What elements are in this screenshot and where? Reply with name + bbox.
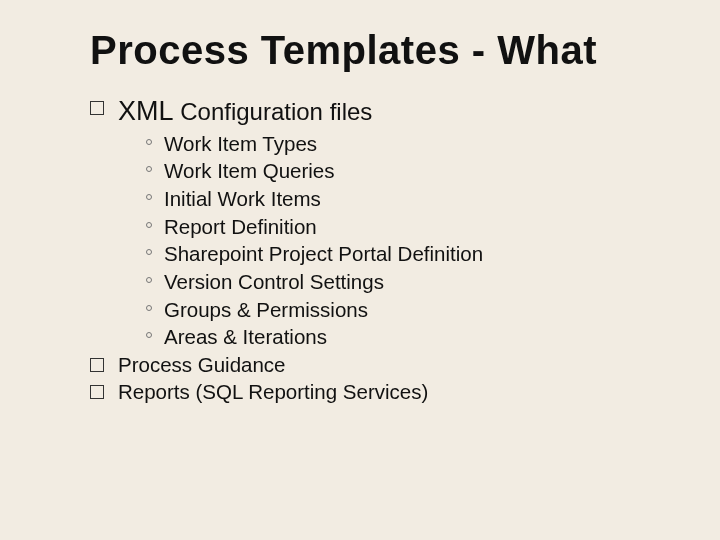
list-item-process-guidance: Process Guidance xyxy=(90,351,680,378)
top-item-label: Process Guidance xyxy=(118,353,286,376)
square-bullet-icon xyxy=(90,101,104,115)
ring-bullet-icon xyxy=(146,249,152,255)
xml-prefix: XML xyxy=(118,96,174,126)
sub-item: Groups & Permissions xyxy=(146,296,680,324)
sub-item: Work Item Queries xyxy=(146,157,680,185)
sub-item-label: Initial Work Items xyxy=(164,187,321,210)
square-bullet-icon xyxy=(90,385,104,399)
ring-bullet-icon xyxy=(146,222,152,228)
list-item-xml-config: XML Configuration files Work Item Types … xyxy=(90,94,680,351)
sub-item: Report Definition xyxy=(146,213,680,241)
square-bullet-icon xyxy=(90,358,104,372)
sub-item-label: Groups & Permissions xyxy=(164,298,368,321)
top-item-label: Reports (SQL Reporting Services) xyxy=(118,380,428,403)
ring-bullet-icon xyxy=(146,194,152,200)
xml-rest: Configuration files xyxy=(174,98,373,125)
sub-item: Areas & Iterations xyxy=(146,323,680,351)
sub-list: Work Item Types Work Item Queries Initia… xyxy=(146,130,680,351)
sub-item-label: Version Control Settings xyxy=(164,270,384,293)
ring-bullet-icon xyxy=(146,305,152,311)
sub-item: Sharepoint Project Portal Definition xyxy=(146,240,680,268)
slide: Process Templates - What XML Configurati… xyxy=(0,0,720,540)
sub-item-label: Work Item Types xyxy=(164,132,317,155)
ring-bullet-icon xyxy=(146,166,152,172)
sub-item: Initial Work Items xyxy=(146,185,680,213)
slide-title: Process Templates - What xyxy=(90,28,680,72)
list-item-reports: Reports (SQL Reporting Services) xyxy=(90,378,680,405)
content-list: XML Configuration files Work Item Types … xyxy=(90,94,680,405)
sub-item-label: Areas & Iterations xyxy=(164,325,327,348)
ring-bullet-icon xyxy=(146,139,152,145)
sub-item-label: Work Item Queries xyxy=(164,159,335,182)
sub-item: Work Item Types xyxy=(146,130,680,158)
ring-bullet-icon xyxy=(146,277,152,283)
ring-bullet-icon xyxy=(146,332,152,338)
sub-item-label: Report Definition xyxy=(164,215,317,238)
sub-item-label: Sharepoint Project Portal Definition xyxy=(164,242,483,265)
sub-item: Version Control Settings xyxy=(146,268,680,296)
